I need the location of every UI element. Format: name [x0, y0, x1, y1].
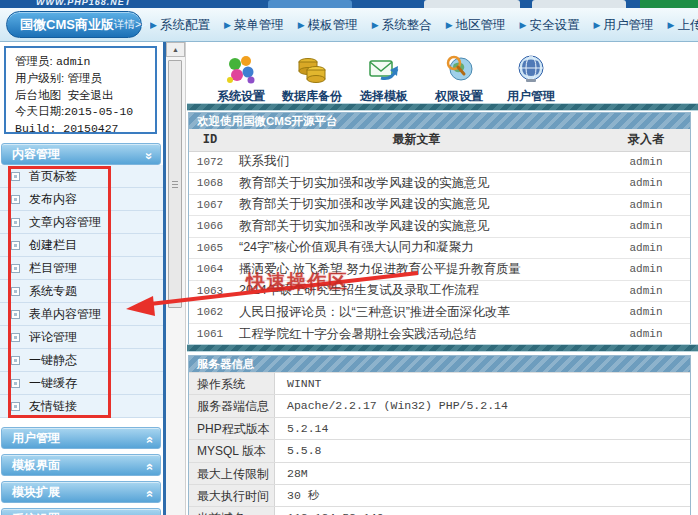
- shortcut-permission-settings[interactable]: 权限设置: [420, 48, 498, 105]
- nav-item-label: 地区管理: [456, 17, 506, 34]
- article-author: admin: [602, 216, 690, 238]
- server-row: 当前域名112.124.52.149: [189, 506, 690, 515]
- section-header-template-ui[interactable]: 模板界面 »: [1, 454, 161, 476]
- admin-level-value: 管理员: [67, 72, 102, 84]
- arrow-icon: ▶: [224, 21, 231, 30]
- section-header-user-mgmt[interactable]: 用户管理 »: [1, 427, 161, 449]
- arrow-icon: ▶: [372, 21, 379, 30]
- scroll-thumb[interactable]: [168, 60, 182, 308]
- article-id: 1064: [189, 259, 231, 281]
- table-row: 1064播洒爱心 放飞希望 努力促进教育公平提升教育质量admin: [189, 259, 690, 281]
- nav-item-system-integration[interactable]: ▶系统整合: [372, 17, 432, 34]
- nav-item-region-mgmt[interactable]: ▶地区管理: [446, 17, 506, 34]
- nav-item-upload-module[interactable]: ▶上传模块: [667, 17, 698, 34]
- nav-menu: ▶系统配置 ▶菜单管理 ▶模板管理 ▶系统整合 ▶地区管理 ▶安全设置 ▶用户管…: [150, 8, 698, 42]
- nav-item-template-mgmt[interactable]: ▶模板管理: [298, 17, 358, 34]
- shortcut-db-backup[interactable]: 数据库备份: [273, 48, 351, 105]
- section-header-content-mgmt[interactable]: 内容管理 »: [1, 143, 161, 165]
- content-menu-list: 首页标签 发布内容 文章内容管理 创建栏目 栏目管理 系统专题 表单内容管理 评…: [0, 165, 163, 418]
- brand-name: 国微CMS商业版: [20, 16, 114, 34]
- item-square-icon: [11, 379, 20, 388]
- top-tab[interactable]: [268, 0, 352, 8]
- article-title-link[interactable]: 教育部关于切实加强和改学风建设的实施意见: [231, 194, 602, 216]
- sidebar-item-create-category[interactable]: 创建栏目: [0, 234, 163, 257]
- article-title-link[interactable]: 工程学院红十字分会暑期社会实践活动总结: [231, 323, 602, 345]
- admin-level-label: 用户级别:: [15, 72, 64, 84]
- server-key: 当前域名: [189, 507, 275, 515]
- shortcut-choose-template[interactable]: 选择模板: [345, 48, 423, 105]
- article-title-link[interactable]: 联系我们: [231, 151, 602, 173]
- shortcut-system-settings[interactable]: 系统设置: [202, 48, 280, 105]
- brand-details-link[interactable]: 详情>>: [114, 18, 147, 32]
- article-author: admin: [602, 323, 690, 345]
- sidebar-item-publish-content[interactable]: 发布内容: [0, 188, 163, 211]
- server-value: Apache/2.2.17 (Win32) PHP/5.2.14: [275, 395, 690, 416]
- admin-role-label: 管理员:: [15, 55, 53, 67]
- server-key: PHP程式版本: [189, 418, 275, 439]
- section-header-system-settings[interactable]: 系统设置 »: [1, 508, 161, 515]
- article-author: admin: [602, 259, 690, 281]
- table-row: 1062人民日报评论员：以“三种意识”推进全面深化改革admin: [189, 302, 690, 324]
- article-title-link[interactable]: 2014年硕士研究生招生复试及录取工作流程: [231, 280, 602, 302]
- sidebar-item-category-mgmt[interactable]: 栏目管理: [0, 257, 163, 280]
- top-tab[interactable]: [424, 0, 520, 8]
- article-title-link[interactable]: “24字”核心价值观具有强大认同力和凝聚力: [231, 237, 602, 259]
- nav-item-user-mgmt[interactable]: ▶用户管理: [594, 17, 654, 34]
- admin-role-value: admin: [56, 55, 91, 68]
- item-square-icon: [11, 218, 20, 227]
- item-square-icon: [11, 172, 20, 181]
- sidebar-item-one-click-static[interactable]: 一键静态: [0, 349, 163, 372]
- welcome-panel: 欢迎使用国微CMS开源平台 ID 最新文章 录入者 1072联系我们admin …: [188, 112, 691, 346]
- article-author: admin: [602, 237, 690, 259]
- section-title: 内容管理: [12, 147, 60, 161]
- top-tab[interactable]: [532, 0, 626, 8]
- section-title: 模块扩展: [12, 485, 60, 499]
- table-row: 1067教育部关于切实加强和改学风建设的实施意见admin: [189, 194, 690, 216]
- chevron-up-icon: »: [138, 436, 158, 443]
- article-title-link[interactable]: 人民日报评论员：以“三种意识”推进全面深化改革: [231, 302, 602, 324]
- sidebar-item-label: 友情链接: [29, 398, 77, 415]
- arrow-icon: ▶: [667, 21, 674, 30]
- table-row: 1072联系我们admin: [189, 151, 690, 173]
- sidebar-item-friend-links[interactable]: 友情链接: [0, 395, 163, 418]
- article-id: 1066: [189, 216, 231, 238]
- server-row: MYSQL 版本5.5.8: [189, 439, 690, 461]
- article-title-link[interactable]: 教育部关于切实加强和改学风建设的实施意见: [231, 173, 602, 195]
- scroll-up-button[interactable]: ▲: [166, 42, 185, 57]
- section-title: 用户管理: [12, 431, 60, 445]
- sidebar-item-label: 评论管理: [29, 329, 77, 346]
- item-square-icon: [11, 333, 20, 342]
- top-tab-green[interactable]: [640, 0, 698, 8]
- sidebar-item-label: 系统专题: [29, 283, 77, 300]
- nav-item-menu-mgmt[interactable]: ▶菜单管理: [224, 17, 284, 34]
- section-header-module-ext[interactable]: 模块扩展 »: [1, 481, 161, 503]
- nav-item-security[interactable]: ▶安全设置: [520, 17, 580, 34]
- server-row: 最大执行时间30 秒: [189, 484, 690, 506]
- article-id: 1063: [189, 280, 231, 302]
- striped-divider: [187, 103, 698, 111]
- sidebar-item-article-mgmt[interactable]: 文章内容管理: [0, 211, 163, 234]
- backend-map-link[interactable]: 后台地图: [15, 89, 61, 101]
- sidebar-item-label: 文章内容管理: [29, 214, 101, 231]
- shortcut-user-mgmt[interactable]: 用户管理: [492, 48, 570, 105]
- logout-link[interactable]: 安全退出: [67, 89, 113, 101]
- sidebar-item-one-click-cache[interactable]: 一键缓存: [0, 372, 163, 395]
- server-value: 112.124.52.149: [275, 507, 690, 515]
- sidebar-item-home-tags[interactable]: 首页标签: [0, 165, 163, 188]
- server-row: 最大上传限制28M: [189, 462, 690, 484]
- article-author: admin: [602, 194, 690, 216]
- table-row: 10632014年硕士研究生招生复试及录取工作流程admin: [189, 280, 690, 302]
- brand-tab[interactable]: 国微CMS商业版 详情>>: [6, 11, 142, 38]
- sidebar-item-comment-mgmt[interactable]: 评论管理: [0, 326, 163, 349]
- nav-item-system-config[interactable]: ▶系统配置: [150, 17, 210, 34]
- sidebar-item-form-content-mgmt[interactable]: 表单内容管理: [0, 303, 163, 326]
- article-title-link[interactable]: 教育部关于切实加强和改学风建设的实施意见: [231, 216, 602, 238]
- item-square-icon: [11, 356, 20, 365]
- database-backup-icon: [273, 48, 351, 86]
- sidebar-item-system-topics[interactable]: 系统专题: [0, 280, 163, 303]
- sidebar-item-label: 表单内容管理: [29, 306, 101, 323]
- article-title-link[interactable]: 播洒爱心 放飞希望 努力促进教育公平提升教育质量: [231, 259, 602, 281]
- nav-item-label: 模板管理: [308, 17, 358, 34]
- permission-settings-icon: [420, 48, 498, 86]
- server-key: MYSQL 版本: [189, 440, 275, 461]
